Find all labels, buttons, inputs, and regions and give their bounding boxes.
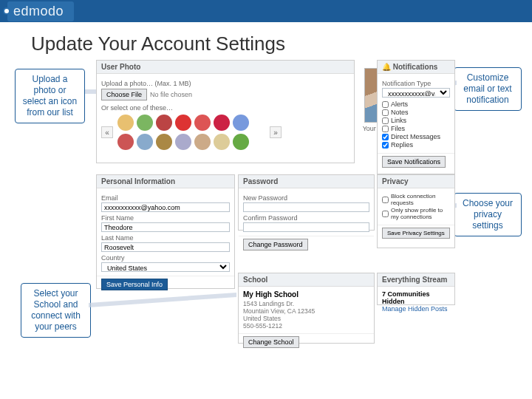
choose-file-button[interactable]: Choose File	[101, 89, 147, 100]
brand-logo: edmodo	[7, 1, 74, 21]
check-files[interactable]	[382, 126, 389, 132]
panel-school: School My High School 1543 Landings Dr. …	[238, 273, 375, 344]
change-password-button[interactable]: Change Password	[243, 239, 308, 250]
panel-everything-stream: Everything Stream 7 Communities Hidden M…	[377, 273, 455, 305]
no-file-text: No file chosen	[150, 91, 192, 98]
confirm-password-field[interactable]	[243, 222, 369, 232]
notification-type-select[interactable]: xxxxxxxxxxx@yahoo.com	[382, 88, 450, 98]
callout-school: Select your School and connect with your…	[21, 283, 91, 338]
panel-header-user-photo: User Photo	[97, 61, 354, 74]
new-password-label: New Password	[243, 194, 369, 202]
firstname-field[interactable]	[101, 222, 230, 232]
lastname-label: Last Name	[101, 234, 230, 242]
callout-upload: Upload a photo or select an icon from ou…	[15, 69, 85, 123]
country-select[interactable]: United States	[101, 262, 230, 272]
save-privacy-button[interactable]: Save Privacy Settings	[382, 228, 450, 239]
panel-notifications: 🔔 Notifications Notification Type xxxxxx…	[377, 60, 455, 174]
check-alerts[interactable]	[382, 101, 389, 108]
next-icons-button[interactable]: »	[270, 126, 282, 138]
email-label: Email	[101, 194, 230, 202]
notification-checklist: Alerts Notes Links Files Direct Messages…	[382, 100, 450, 149]
check-notes[interactable]	[382, 109, 389, 116]
check-direct-messages[interactable]	[382, 134, 389, 140]
panel-header-notifications: 🔔 Notifications	[378, 61, 454, 74]
panel-header-school: School	[239, 273, 374, 287]
school-address: 1543 Landings Dr. Mountain View, CA 1234…	[243, 300, 369, 330]
panel-header-stream: Everything Stream	[378, 273, 454, 287]
top-banner: edmodo	[0, 0, 532, 22]
manage-hidden-link[interactable]: Manage Hidden Posts	[382, 305, 450, 313]
change-school-button[interactable]: Change School	[243, 336, 299, 348]
callout-privacy: Choose your privacy settings	[454, 193, 522, 236]
check-profile-connections[interactable]	[382, 211, 389, 217]
panel-header-privacy: Privacy	[378, 175, 454, 188]
hidden-count: 7 Communities Hidden	[382, 290, 450, 305]
save-notifications-button[interactable]: Save Notifications	[382, 156, 446, 168]
page-title: Update Your Account Settings	[31, 33, 532, 55]
prev-icons-button[interactable]: «	[101, 126, 113, 138]
email-field[interactable]	[101, 202, 230, 212]
panel-header-personal: Personal Information	[97, 175, 234, 188]
new-password-field[interactable]	[243, 202, 369, 212]
notification-type-label: Notification Type	[382, 80, 450, 87]
panel-user-photo: User Photo Upload a photo… (Max. 1 MB) C…	[96, 60, 355, 163]
panel-header-password: Password	[239, 175, 374, 188]
panel-personal-info: Personal Information Email First Name La…	[96, 174, 235, 289]
school-name: My High School	[243, 290, 369, 299]
avatar-icon-grid[interactable]	[117, 115, 265, 150]
check-links[interactable]	[382, 117, 389, 124]
panel-privacy: Privacy Block connection requests Only s…	[377, 174, 455, 248]
firstname-label: First Name	[101, 214, 230, 222]
upload-label: Upload a photo… (Max. 1 MB)	[101, 80, 349, 87]
lastname-field[interactable]	[101, 242, 230, 252]
check-block-requests[interactable]	[382, 197, 389, 203]
save-personal-button[interactable]: Save Personal Info	[101, 279, 168, 290]
callout-notifications: Customize email or text notification	[454, 67, 522, 111]
country-label: Country	[101, 254, 230, 262]
confirm-password-label: Confirm Password	[243, 214, 369, 222]
check-replies[interactable]	[382, 142, 389, 149]
panel-password: Password New Password Confirm Password C…	[238, 174, 375, 231]
select-icon-label: Or select one of these…	[101, 104, 349, 112]
